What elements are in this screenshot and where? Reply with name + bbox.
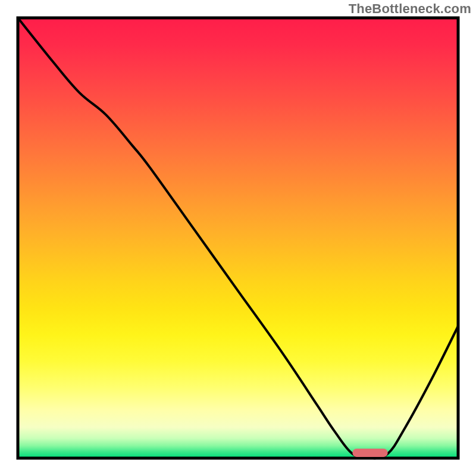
plot-background: [18, 18, 458, 458]
watermark-text: TheBottleneck.com: [349, 1, 471, 17]
chart-svg: [0, 0, 476, 476]
optimal-marker: [352, 449, 387, 457]
chart-canvas: TheBottleneck.com: [0, 0, 476, 476]
